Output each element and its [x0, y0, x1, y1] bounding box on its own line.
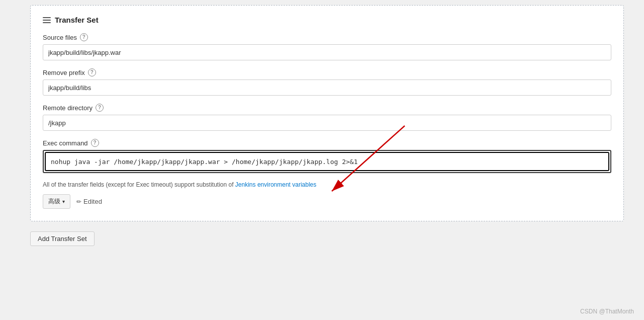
transfer-set-card: Transfer Set Source files ? Remove prefi… [30, 5, 624, 221]
exec-command-input[interactable] [45, 152, 609, 171]
source-files-label: Source files ? [43, 33, 611, 41]
exec-command-group: Exec command ? [43, 139, 611, 173]
remove-prefix-help-icon[interactable]: ? [88, 68, 96, 76]
pencil-icon: ✏ [76, 198, 81, 205]
source-files-group: Source files ? [43, 33, 611, 60]
remote-directory-help-icon[interactable]: ? [96, 104, 104, 112]
remote-directory-group: Remote directory ? [43, 104, 611, 131]
card-footer: 高级 ▾ ✏ Edited [43, 194, 611, 209]
chevron-down-icon: ▾ [62, 199, 65, 204]
remove-prefix-label: Remove prefix ? [43, 68, 611, 76]
exec-command-box [43, 150, 611, 173]
remote-directory-input[interactable] [43, 115, 611, 131]
hamburger-icon[interactable] [43, 17, 51, 23]
card-header: Transfer Set [43, 16, 611, 24]
add-transfer-set-button[interactable]: Add Transfer Set [30, 231, 95, 246]
info-text: All of the transfer fields (except for E… [43, 181, 611, 188]
advanced-button[interactable]: 高级 ▾ [43, 194, 70, 209]
edited-badge: ✏ Edited [76, 198, 102, 205]
remove-prefix-input[interactable] [43, 79, 611, 96]
remote-directory-label: Remote directory ? [43, 104, 611, 112]
remove-prefix-group: Remove prefix ? [43, 68, 611, 96]
watermark: CSDN @ThatMonth [580, 308, 634, 315]
source-files-input[interactable] [43, 44, 611, 60]
exec-command-label: Exec command ? [43, 139, 611, 147]
jenkins-env-vars-link[interactable]: Jenkins environment variables [235, 181, 316, 188]
card-title: Transfer Set [55, 16, 99, 24]
source-files-help-icon[interactable]: ? [80, 33, 88, 41]
exec-command-help-icon[interactable]: ? [91, 139, 99, 147]
